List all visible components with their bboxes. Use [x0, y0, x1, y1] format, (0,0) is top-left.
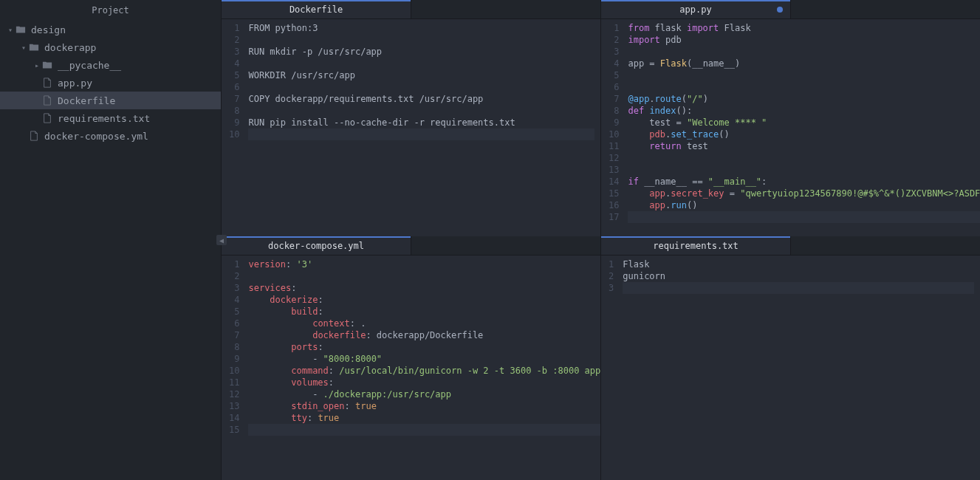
code-area[interactable]: 12345678910FROM python:3 RUN mkdir -p /u…	[222, 19, 600, 236]
code-line[interactable]	[628, 164, 980, 176]
tree-item-label: requirements.txt	[58, 113, 150, 124]
tab-docker-compose-yml[interactable]: docker-compose.yml	[222, 236, 411, 255]
code-body[interactable]: Flaskgunicorn	[620, 256, 980, 480]
tree-item---pycache--[interactable]: ▸__pycache__	[0, 56, 221, 74]
tree-item-app-py[interactable]: app.py	[0, 74, 221, 92]
code-line[interactable]: import pdb	[628, 34, 980, 46]
tree-item-label: __pycache__	[58, 60, 121, 71]
code-line[interactable]: app.secret_key = "qwertyuiop1234567890!@…	[628, 188, 980, 199]
folder-icon	[28, 41, 40, 53]
code-line[interactable]	[623, 282, 974, 294]
code-line[interactable]: version: '3'	[248, 258, 600, 270]
tab-app-py[interactable]: app.py	[601, 0, 791, 18]
tab-spacer	[791, 0, 980, 18]
line-gutter: 123	[601, 256, 620, 480]
code-line[interactable]: stdin_open: true	[248, 400, 600, 412]
code-line[interactable]: - "8000:8000"	[248, 353, 600, 365]
code-body[interactable]: version: '3' services: dockerize: build:…	[245, 256, 600, 480]
tree-item-design[interactable]: ▾design	[0, 21, 221, 38]
file-tree[interactable]: ▾design▾dockerapp▸__pycache__app.pyDocke…	[0, 21, 221, 480]
tree-item-label: app.py	[58, 78, 92, 89]
file-icon	[28, 130, 40, 142]
code-line[interactable]: RUN mkdir -p /usr/src/app	[248, 46, 594, 58]
code-line[interactable]	[248, 58, 594, 69]
code-line[interactable]: return test	[628, 140, 980, 152]
code-line[interactable]: WORKDIR /usr/src/app	[248, 69, 594, 81]
tab-spacer	[411, 0, 600, 18]
file-icon	[41, 112, 53, 124]
code-area[interactable]: 123456789101112131415version: '3' servic…	[222, 256, 600, 480]
code-line[interactable]	[628, 69, 980, 81]
code-line[interactable]	[248, 34, 594, 46]
tab-label: app.py	[679, 4, 711, 15]
code-line[interactable]: def index():	[628, 105, 980, 117]
code-line[interactable]: from flask import Flask	[628, 22, 980, 34]
file-icon	[41, 77, 53, 89]
code-area[interactable]: 1234567891011121314151617from flask impo…	[601, 19, 980, 236]
code-line[interactable]	[248, 424, 600, 436]
editor-pane-requirements: requirements.txt123Flaskgunicorn	[601, 236, 980, 480]
code-line[interactable]	[628, 46, 980, 58]
chevron-left-icon: ◀	[219, 236, 224, 244]
code-line[interactable]: command: /usr/local/bin/gunicorn -w 2 -t…	[248, 365, 600, 377]
code-line[interactable]: build:	[248, 306, 600, 318]
code-line[interactable]: @app.route("/")	[628, 93, 980, 105]
tab-label: docker-compose.yml	[268, 241, 364, 251]
tab-dockerfile[interactable]: Dockerfile	[222, 0, 411, 18]
tree-item-requirements-txt[interactable]: requirements.txt	[0, 109, 221, 127]
code-body[interactable]: FROM python:3 RUN mkdir -p /usr/src/app …	[245, 19, 600, 236]
tree-item-label: dockerapp	[44, 42, 96, 53]
code-line[interactable]: pdb.set_trace()	[628, 128, 980, 140]
code-line[interactable]: services:	[248, 282, 600, 294]
code-line[interactable]: gunicorn	[623, 270, 974, 282]
code-line[interactable]: - ./dockerapp:/usr/src/app	[248, 388, 600, 400]
code-line[interactable]: COPY dockerapp/requirements.txt /usr/src…	[248, 93, 594, 105]
code-line[interactable]: volumes:	[248, 377, 600, 388]
code-line[interactable]: tty: true	[248, 412, 600, 424]
tab-spacer	[791, 236, 980, 255]
code-line[interactable]: RUN pip install --no-cache-dir -r requir…	[248, 117, 594, 128]
code-line[interactable]: if __name__ == "__main__":	[628, 176, 980, 188]
code-line[interactable]: context: .	[248, 318, 600, 329]
code-line[interactable]: app = Flask(__name__)	[628, 58, 980, 69]
tree-item-dockerapp[interactable]: ▾dockerapp	[0, 38, 221, 56]
tree-item-dockerfile[interactable]: Dockerfile	[0, 92, 221, 109]
tree-item-docker-compose-yml[interactable]: docker-compose.yml	[0, 127, 221, 145]
code-line[interactable]	[628, 81, 980, 93]
tab-bar: Dockerfile	[222, 0, 600, 19]
collapse-sidebar-button[interactable]: ◀	[216, 235, 227, 245]
sidebar-title: Project	[0, 0, 221, 21]
code-line[interactable]	[628, 211, 980, 223]
code-line[interactable]: dockerize:	[248, 294, 600, 306]
editor-pane-docker-compose: docker-compose.yml123456789101112131415v…	[222, 236, 601, 480]
chevron-icon: ▾	[6, 26, 15, 34]
editor-row-bottom: docker-compose.yml123456789101112131415v…	[222, 236, 980, 480]
tab-label: requirements.txt	[653, 241, 739, 251]
editor-row-top: Dockerfile12345678910FROM python:3 RUN m…	[222, 0, 980, 236]
chevron-icon: ▸	[32, 61, 41, 69]
code-line[interactable]: FROM python:3	[248, 22, 594, 34]
code-line[interactable]: dockerfile: dockerapp/Dockerfile	[248, 329, 600, 341]
line-gutter: 123456789101112131415	[222, 256, 245, 480]
code-line[interactable]	[248, 81, 594, 93]
folder-icon	[41, 59, 53, 71]
code-line[interactable]	[248, 128, 594, 140]
code-line[interactable]: app.run()	[628, 199, 980, 211]
line-gutter: 1234567891011121314151617	[601, 19, 625, 236]
editor-pane-dockerfile: Dockerfile12345678910FROM python:3 RUN m…	[222, 0, 601, 236]
code-line[interactable]	[248, 270, 600, 282]
tab-bar: docker-compose.yml	[222, 236, 600, 256]
code-body[interactable]: from flask import Flaskimport pdb app = …	[625, 19, 980, 236]
tab-requirements-txt[interactable]: requirements.txt	[601, 236, 791, 255]
code-line[interactable]: test = "Welcome **** "	[628, 117, 980, 128]
code-line[interactable]	[628, 152, 980, 164]
code-area[interactable]: 123Flaskgunicorn	[601, 256, 980, 480]
tree-item-label: docker-compose.yml	[44, 131, 148, 142]
modified-dot-icon	[777, 7, 783, 13]
project-sidebar: Project ▾design▾dockerapp▸__pycache__app…	[0, 0, 222, 480]
code-line[interactable]	[248, 105, 594, 117]
editor-grid: Dockerfile12345678910FROM python:3 RUN m…	[222, 0, 980, 480]
code-line[interactable]: Flask	[623, 258, 974, 270]
folder-icon	[15, 24, 27, 35]
code-line[interactable]: ports:	[248, 341, 600, 353]
